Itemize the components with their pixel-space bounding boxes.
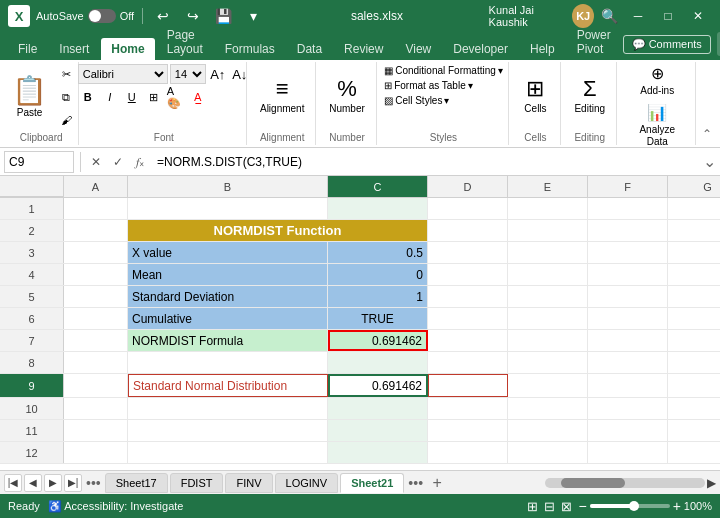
quick-save-button[interactable]: 💾: [211, 4, 235, 28]
conditional-formatting-button[interactable]: ▦ Conditional Formatting ▾: [378, 64, 509, 77]
tab-power-pivot[interactable]: Power Pivot: [567, 24, 621, 60]
cell-F10[interactable]: [588, 398, 668, 419]
cell-A2[interactable]: [64, 220, 128, 241]
cell-A8[interactable]: [64, 352, 128, 373]
cell-D2[interactable]: [428, 220, 508, 241]
sheet-tab-finv[interactable]: FINV: [225, 473, 272, 493]
row-header-3[interactable]: 3: [0, 242, 64, 263]
col-header-F[interactable]: F: [588, 176, 668, 197]
row-header-1[interactable]: 1: [0, 198, 64, 219]
cell-A5[interactable]: [64, 286, 128, 307]
customize-qat-button[interactable]: ▾: [241, 4, 265, 28]
minimize-button[interactable]: ─: [624, 4, 652, 28]
cut-button[interactable]: ✂: [56, 64, 76, 84]
cell-D11[interactable]: [428, 420, 508, 441]
sheet-tab-sheet17[interactable]: Sheet17: [105, 473, 168, 493]
cell-E11[interactable]: [508, 420, 588, 441]
cell-D1[interactable]: [428, 198, 508, 219]
page-layout-icon[interactable]: ⊟: [544, 499, 555, 514]
tab-developer[interactable]: Developer: [443, 38, 518, 60]
cell-C11[interactable]: [328, 420, 428, 441]
cell-A4[interactable]: [64, 264, 128, 285]
sheet-tab-sheet21[interactable]: Sheet21: [340, 473, 404, 493]
cell-C9[interactable]: 0.691462: [328, 374, 428, 397]
cell-F11[interactable]: [588, 420, 668, 441]
sheet-more-left[interactable]: •••: [84, 475, 103, 491]
row-header-6[interactable]: 6: [0, 308, 64, 329]
cell-C8[interactable]: [328, 352, 428, 373]
analyze-data-button[interactable]: 📊 Analyze Data: [625, 103, 689, 150]
row-header-4[interactable]: 4: [0, 264, 64, 285]
row-header-2[interactable]: 2: [0, 220, 64, 241]
cell-G1[interactable]: [668, 198, 720, 219]
tab-data[interactable]: Data: [287, 38, 332, 60]
cell-G6[interactable]: [668, 308, 720, 329]
cell-F1[interactable]: [588, 198, 668, 219]
cell-F4[interactable]: [588, 264, 668, 285]
cell-C7[interactable]: 0.691462: [328, 330, 428, 351]
cell-A10[interactable]: [64, 398, 128, 419]
comments-button[interactable]: 💬 Comments: [623, 35, 711, 54]
cell-A11[interactable]: [64, 420, 128, 441]
cell-D10[interactable]: [428, 398, 508, 419]
col-header-D[interactable]: D: [428, 176, 508, 197]
cell-D4[interactable]: [428, 264, 508, 285]
col-header-B[interactable]: B: [128, 176, 328, 197]
cell-F3[interactable]: [588, 242, 668, 263]
underline-button[interactable]: U: [122, 87, 142, 107]
cell-G2[interactable]: [668, 220, 720, 241]
page-break-icon[interactable]: ⊠: [561, 499, 572, 514]
font-color-button[interactable]: A̲: [188, 87, 208, 107]
formula-cancel-button[interactable]: ✕: [87, 153, 105, 171]
font-size-select[interactable]: 14: [170, 64, 206, 84]
editing-button[interactable]: Σ Editing: [566, 64, 613, 128]
formula-bar-expand-button[interactable]: ⌄: [703, 152, 716, 171]
tab-view[interactable]: View: [395, 38, 441, 60]
decrease-font-button[interactable]: A↓: [230, 64, 250, 84]
tab-file[interactable]: File: [8, 38, 47, 60]
cell-A9[interactable]: [64, 374, 128, 397]
cell-D8[interactable]: [428, 352, 508, 373]
cell-C10[interactable]: [328, 398, 428, 419]
cell-C1[interactable]: [328, 198, 428, 219]
col-header-C[interactable]: C: [328, 176, 428, 197]
formula-input[interactable]: [153, 151, 699, 173]
row-header-10[interactable]: 10: [0, 398, 64, 419]
sheet-tab-fdist[interactable]: FDIST: [170, 473, 224, 493]
number-button[interactable]: % Number: [321, 64, 373, 128]
cell-G12[interactable]: [668, 442, 720, 463]
cell-D7[interactable]: [428, 330, 508, 351]
row-header-11[interactable]: 11: [0, 420, 64, 441]
tab-formulas[interactable]: Formulas: [215, 38, 285, 60]
row-header-8[interactable]: 8: [0, 352, 64, 373]
zoom-slider[interactable]: [590, 504, 670, 508]
row-header-5[interactable]: 5: [0, 286, 64, 307]
cell-C4[interactable]: 0: [328, 264, 428, 285]
formula-confirm-button[interactable]: ✓: [109, 153, 127, 171]
cell-B5[interactable]: Standard Deviation: [128, 286, 328, 307]
sheet-nav-first[interactable]: |◀: [4, 474, 22, 492]
cell-G10[interactable]: [668, 398, 720, 419]
scroll-right-btn[interactable]: ▶: [707, 476, 716, 490]
tab-page-layout[interactable]: Page Layout: [157, 24, 213, 60]
cell-F2[interactable]: [588, 220, 668, 241]
fill-color-button[interactable]: A🎨: [166, 87, 186, 107]
cell-B3[interactable]: X value: [128, 242, 328, 263]
tab-help[interactable]: Help: [520, 38, 565, 60]
cell-E6[interactable]: [508, 308, 588, 329]
cell-B7[interactable]: NORMDIST Formula: [128, 330, 328, 351]
cell-A1[interactable]: [64, 198, 128, 219]
cell-F8[interactable]: [588, 352, 668, 373]
cell-A12[interactable]: [64, 442, 128, 463]
cell-E4[interactable]: [508, 264, 588, 285]
cell-A3[interactable]: [64, 242, 128, 263]
cell-G11[interactable]: [668, 420, 720, 441]
ribbon-expand-button[interactable]: ⌃: [700, 125, 714, 143]
cell-F6[interactable]: [588, 308, 668, 329]
cell-E10[interactable]: [508, 398, 588, 419]
sheet-more-right[interactable]: •••: [406, 475, 425, 491]
add-sheet-button[interactable]: +: [427, 473, 447, 493]
cell-F7[interactable]: [588, 330, 668, 351]
sheet-tab-loginv[interactable]: LOGINV: [275, 473, 339, 493]
cell-G3[interactable]: [668, 242, 720, 263]
